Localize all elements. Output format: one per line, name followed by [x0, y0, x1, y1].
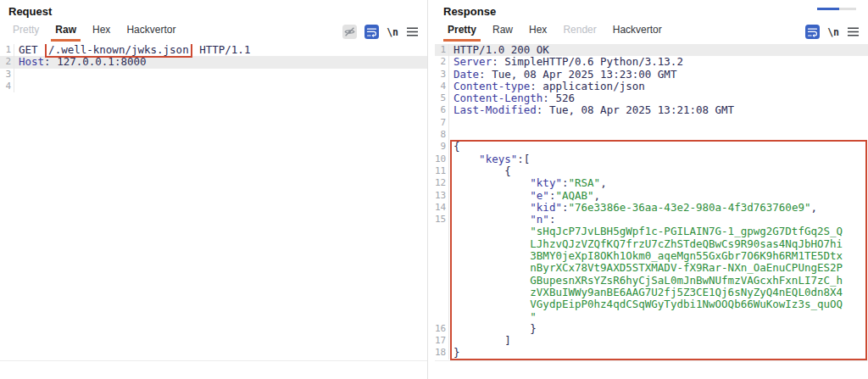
response-icon-bar: \n [805, 25, 860, 42]
line-number: 5 [435, 92, 449, 104]
word-wrap-icon[interactable] [364, 25, 379, 39]
code-row: 15 "n": [435, 214, 868, 226]
jwk-n-value-segment: 3BMY0jeXpI8OKh1Okm0_aqeMgn55GxGbr7O6K9h6… [530, 249, 843, 262]
jwk-n-value-segment: zVXBuIWWy9anBE6AAG7U2fj5Z3CE1Qj6sNyZyQ4n… [530, 286, 843, 298]
code-text [453, 213, 530, 226]
code-text [453, 189, 530, 202]
row-text: Last-Modified: Tue, 08 Apr 2025 13:21:08… [449, 104, 868, 116]
word-wrap-icon[interactable] [805, 25, 820, 39]
row-text: Server: SimpleHTTP/0.6 Python/3.13.2 [449, 56, 868, 68]
code-text: } [453, 346, 460, 359]
code-row: 11 { [435, 165, 868, 177]
code-text: , [594, 189, 601, 202]
row-text: Date: Tue, 08 Apr 2025 13:23:00 GMT [449, 69, 868, 81]
row-text: zVXBuIWWy9anBE6AAG7U2fj5Z3CE1Qj6sNyZyQ4n… [449, 287, 868, 298]
code-text [453, 153, 479, 165]
row-text: nByrXCx78Vt9AXD5STXMADV-fX9Rar-NXn_OaEnu… [449, 262, 868, 274]
row-text: "kid":"76e3386e-36aa-43e2-980a-4f3d76376… [449, 202, 868, 214]
line-number: 15 [435, 214, 449, 226]
row-text: GET /.well-known/jwks.json HTTP/1.1 [14, 44, 427, 56]
row-text: } [449, 323, 868, 335]
json-key: "e" [530, 189, 549, 202]
newline-icon[interactable]: \n [387, 26, 398, 38]
tab-raw[interactable]: Raw [51, 22, 81, 42]
code-row: 1HTTP/1.0 200 OK [435, 44, 868, 56]
line-number [435, 262, 449, 274]
code-text: : 526 [542, 92, 575, 104]
line-number: 9 [435, 141, 449, 153]
code-text: HTTP/1.1 [193, 44, 251, 56]
menu-icon[interactable] [847, 26, 860, 37]
tab-pretty[interactable]: Pretty [8, 22, 43, 42]
json-key: "n" [530, 213, 549, 226]
code-text: } [453, 322, 537, 335]
response-panel: Response PrettyRawHexRenderHackvertor \n… [435, 0, 868, 379]
tab-render[interactable]: Render [559, 22, 600, 42]
code-row-wrapped: zVXBuIWWy9anBE6AAG7U2fj5Z3CE1Qj6sNyZyQ4n… [435, 287, 868, 298]
request-icon-bar: \n [342, 25, 419, 42]
code-row: 9{ [435, 141, 868, 153]
request-editor[interactable]: 1GET /.well-known/jwks.json HTTP/1.12Hos… [0, 44, 427, 361]
tab-hackvertor[interactable]: Hackvertor [609, 22, 666, 42]
header-name: Content-type [453, 80, 530, 92]
row-text: ] [449, 335, 868, 347]
json-key: "kid" [530, 201, 562, 214]
code-row-wrapped: "sHqJcP7JvLBH5gWpf1c-PGILAIN7G-1_gpwg2G7… [435, 226, 868, 237]
menu-icon[interactable] [406, 26, 419, 37]
tab-pretty[interactable]: Pretty [443, 22, 481, 42]
mini-horizontal-scrollbar[interactable] [817, 8, 856, 10]
tab-hex[interactable]: Hex [525, 22, 551, 42]
row-text: } [449, 347, 868, 359]
code-row: 4 [0, 81, 427, 92]
header-name: Last-Modified [453, 103, 537, 116]
row-text: Host: 127.0.0.1:8000 [14, 56, 427, 68]
row-text [14, 69, 427, 81]
line-number: 3 [435, 69, 449, 81]
code-row: 2Server: SimpleHTTP/0.6 Python/3.13.2 [435, 56, 868, 68]
scrollbar-thumb[interactable] [817, 8, 839, 10]
response-tab-bar: PrettyRawHexRenderHackvertor \n [435, 22, 868, 42]
code-text: ] [453, 334, 511, 347]
code-text: : [549, 213, 556, 226]
header-name: Date [453, 68, 479, 81]
row-text: "sHqJcP7JvLBH5gWpf1c-PGILAIN7G-1_gpwg2G7… [449, 226, 868, 237]
response-editor[interactable]: 1HTTP/1.0 200 OK2Server: SimpleHTTP/0.6 … [435, 44, 868, 361]
newline-icon[interactable]: \n [827, 26, 839, 38]
eye-off-icon[interactable] [342, 25, 357, 39]
code-text [453, 176, 530, 189]
code-row: 5Content-Length: 526 [435, 92, 868, 104]
row-text [449, 117, 868, 129]
code-row: 4Content-type: application/json [435, 81, 868, 92]
code-row: 17 ] [435, 335, 868, 347]
row-text: GBupesnXRsYZsR6hyCjSaL0mJnBwNUfmzVAGcxhF… [449, 275, 868, 287]
line-number: 2 [435, 56, 449, 68]
code-text: : Tue, 08 Apr 2025 13:23:00 GMT [479, 68, 676, 81]
code-row: 1GET /.well-known/jwks.json HTTP/1.1 [0, 44, 427, 56]
code-text: : 127.0.0.1:8000 [44, 55, 146, 68]
header-name: Content-Length [453, 92, 542, 104]
row-text: VGydpEipP0hz4qdCSqWGyTydbi1NwOOQb66WuKow… [449, 298, 868, 310]
code-row: 16 } [435, 323, 868, 335]
jwk-n-value-segment: LJhzvQJzVZQfKQ7frzU7cZhSTdeQBwCs9R90sas4… [530, 237, 843, 250]
line-number: 4 [435, 81, 449, 92]
code-text: , [600, 176, 607, 189]
line-number: 14 [435, 202, 449, 214]
row-text: LJhzvQJzVZQfKQ7frzU7cZhSTdeQBwCs9R90sas4… [449, 238, 868, 250]
tab-hackvertor[interactable]: Hackvertor [122, 22, 180, 42]
jwk-n-value-segment: GBupesnXRsYZsR6hyCjSaL0mJnBwNUfmzVAGcxhF… [530, 274, 843, 287]
request-tabs: PrettyRawHexHackvertor [8, 22, 187, 42]
code-text: : SimpleHTTP/0.6 Python/3.13.2 [492, 55, 683, 68]
line-number: 16 [435, 323, 449, 335]
code-text: GET [19, 44, 44, 56]
line-number: 17 [435, 335, 449, 347]
json-string: "76e3386e-36aa-43e2-980a-4f3d763760e9" [568, 201, 810, 214]
tab-raw[interactable]: Raw [488, 22, 517, 42]
row-text: " [449, 311, 868, 323]
tab-hex[interactable]: Hex [88, 22, 114, 42]
code-row: 7 [435, 117, 868, 129]
line-number: 10 [435, 153, 449, 165]
jwk-n-value-segment: "sHqJcP7JvLBH5gWpf1c-PGILAIN7G-1_gpwg2G7… [530, 225, 843, 237]
jwk-n-value-segment: " [530, 310, 537, 323]
line-number [435, 275, 449, 287]
code-row: 12 "kty":"RSA", [435, 177, 868, 189]
